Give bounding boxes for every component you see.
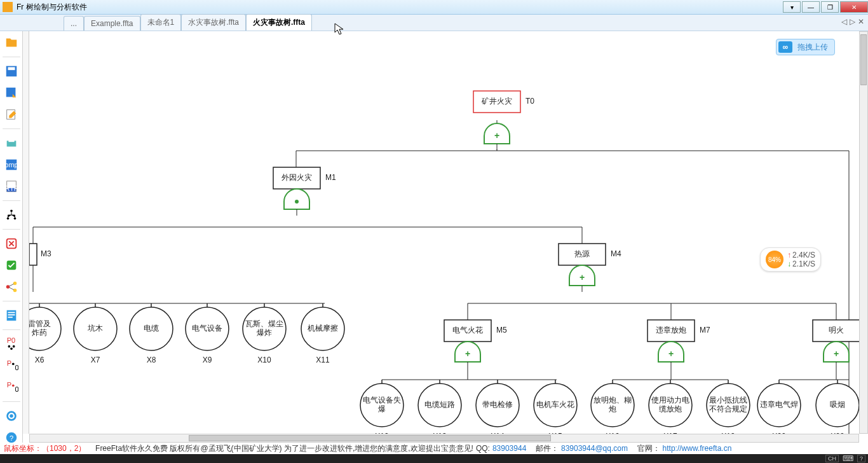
svg-text:不符合规定: 不符合规定 [709, 404, 747, 413]
svg-text:X8: X8 [147, 356, 156, 364]
svg-text:矿井火灾: 矿井火灾 [481, 97, 512, 106]
diagram-canvas[interactable]: ∞ 拖拽上传 84% 2.4K/S 2.1K/S + 外因火灾 M1 [29, 31, 859, 434]
tab-fire[interactable]: 火灾事故树.ffta [246, 14, 312, 31]
svg-text:违章放炮: 违章放炮 [656, 326, 686, 335]
svg-point-31 [11, 384, 14, 387]
edit-icon[interactable] [3, 106, 20, 123]
ime-help[interactable]: ? [857, 455, 865, 462]
svg-text:RTF: RTF [4, 184, 18, 192]
svg-rect-1 [8, 67, 15, 71]
svg-text:+: + [668, 349, 674, 359]
ime-icon[interactable]: ⌨ [843, 454, 853, 463]
svg-rect-44 [29, 244, 37, 265]
svg-text:+: + [465, 349, 470, 359]
tab-0[interactable]: ... [64, 16, 84, 31]
svg-text:0: 0 [15, 364, 18, 371]
tab-flood[interactable]: 水灾事故树.ffta [181, 14, 246, 31]
ime-indicator[interactable]: CH [825, 455, 839, 462]
minimize-button[interactable]: — [802, 1, 820, 13]
p-dot-icon[interactable]: P0 [3, 357, 20, 375]
vertical-scrollbar[interactable] [859, 31, 868, 434]
settings-icon[interactable] [3, 407, 20, 425]
svg-text:瓦斯、煤尘: 瓦斯、煤尘 [245, 319, 283, 328]
svg-text:爆炸: 爆炸 [257, 328, 272, 337]
svg-text:热源: 热源 [574, 249, 590, 258]
svg-text:T0: T0 [526, 97, 534, 106]
svg-point-11 [10, 210, 13, 212]
svg-text:+: + [494, 130, 499, 141]
print-icon[interactable] [3, 134, 20, 152]
svg-text:+: + [834, 349, 839, 359]
svg-text:X7: X7 [91, 356, 100, 364]
svg-rect-21 [8, 314, 15, 315]
open-folder-icon[interactable] [3, 34, 20, 52]
tab-next-icon[interactable]: ▷ [850, 17, 855, 26]
svg-text:X6: X6 [35, 356, 44, 364]
window-buttons: ▾ — ❐ ✕ [782, 1, 868, 13]
svg-text:外因火灾: 外因火灾 [281, 173, 312, 182]
share-icon[interactable] [3, 278, 20, 296]
svg-text:机械摩擦: 机械摩擦 [308, 324, 338, 333]
vscroll-thumb[interactable] [860, 34, 867, 85]
svg-text:电气火花: 电气火花 [452, 326, 483, 335]
report-icon[interactable] [3, 307, 20, 324]
svg-text:炮: 炮 [609, 404, 616, 413]
status-bar: 鼠标坐标：（1030，2） FreeFta软件永久免费 版权所有@孟现飞(中国矿… [0, 443, 868, 454]
tab-unnamed[interactable]: 未命名1 [140, 14, 182, 31]
hscroll-thumb[interactable] [189, 435, 551, 441]
fault-tree-svg: + 外因火灾 M1 M3 热源 M4 + [29, 31, 859, 434]
svg-point-25 [12, 345, 15, 348]
svg-text:X10: X10 [257, 356, 271, 364]
svg-point-12 [6, 218, 9, 220]
svg-text:炸药: 炸药 [32, 328, 47, 337]
taskbar-strip: CH ⌨ ? [0, 454, 868, 463]
close-button[interactable]: ✕ [840, 1, 868, 13]
svg-text:爆: 爆 [378, 404, 386, 413]
delete-icon[interactable] [3, 235, 20, 252]
export-bmp-icon[interactable]: bmp [3, 156, 20, 174]
svg-point-18 [13, 289, 17, 293]
svg-text:+: + [580, 272, 585, 282]
svg-text:电缆: 电缆 [144, 324, 159, 333]
svg-text:放明炮、糊: 放明炮、糊 [593, 396, 632, 404]
svg-text:明火: 明火 [829, 326, 844, 335]
tab-example[interactable]: Example.ffta [84, 16, 140, 31]
p0-tree-icon[interactable]: P0 [3, 335, 20, 353]
svg-text:带电检修: 带电检修 [482, 400, 513, 409]
check-icon[interactable] [3, 256, 20, 274]
svg-text:?: ? [9, 434, 13, 442]
svg-text:0: 0 [15, 385, 18, 393]
title-bar: Fr 树绘制与分析软件 ▾ — ❐ ✕ [0, 0, 868, 15]
tab-close-icon[interactable]: ✕ [858, 17, 864, 26]
svg-text:M1: M1 [325, 173, 336, 182]
restore-button[interactable]: ❐ [821, 1, 839, 13]
svg-rect-5 [8, 139, 14, 142]
svg-text:bmp: bmp [4, 161, 18, 169]
tab-prev-icon[interactable]: ◁ [841, 17, 847, 26]
mail-link[interactable]: 83903944@qq.com [561, 444, 628, 453]
svg-text:P: P [6, 359, 11, 367]
svg-rect-22 [8, 317, 12, 318]
svg-text:P: P [6, 381, 11, 389]
save-as-icon[interactable] [3, 84, 20, 102]
save-icon[interactable] [3, 62, 20, 80]
svg-point-42 [295, 200, 299, 204]
svg-text:最小抵抗线: 最小抵抗线 [709, 396, 747, 404]
tab-bar: ... Example.ffta 未命名1 水灾事故树.ffta 火灾事故树.f… [0, 15, 868, 31]
site-link[interactable]: http://www.freefta.cn [663, 444, 732, 453]
dropdown-button[interactable]: ▾ [783, 1, 801, 13]
vertical-ruler [23, 31, 29, 434]
svg-text:M7: M7 [700, 326, 710, 335]
p-red-icon[interactable]: P0 [3, 378, 20, 396]
svg-point-34 [10, 414, 13, 418]
tree-icon[interactable] [3, 206, 20, 224]
svg-text:缆放炮: 缆放炮 [659, 404, 682, 413]
svg-text:违章电气焊: 违章电气焊 [760, 400, 798, 409]
svg-point-13 [13, 218, 16, 220]
horizontal-scrollbar[interactable] [29, 434, 859, 443]
export-rtf-icon[interactable]: RTF [3, 177, 20, 195]
svg-text:电缆短路: 电缆短路 [424, 400, 455, 409]
qq-link[interactable]: 83903944 [492, 444, 526, 453]
svg-text:M4: M4 [611, 249, 621, 258]
svg-text:电气设备: 电气设备 [192, 324, 222, 333]
